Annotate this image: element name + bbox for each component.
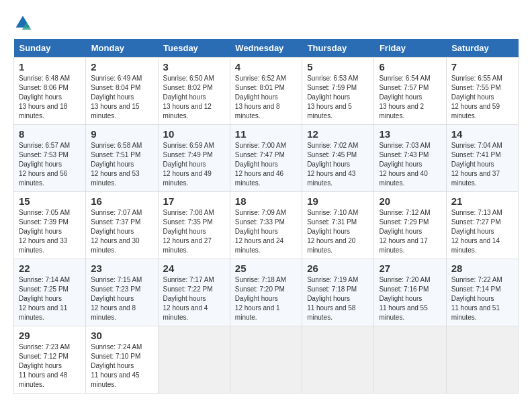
day-number: 2 bbox=[91, 61, 152, 73]
day-info: Sunrise: 7:13 AMSunset: 7:27 PMDaylight … bbox=[451, 209, 502, 254]
day-number: 11 bbox=[235, 128, 297, 140]
day-info: Sunrise: 7:18 AMSunset: 7:20 PMDaylight … bbox=[235, 276, 286, 321]
day-number: 5 bbox=[307, 61, 369, 73]
day-number: 28 bbox=[451, 263, 513, 274]
calendar-cell: 23 Sunrise: 7:15 AMSunset: 7:23 PMDaylig… bbox=[86, 259, 158, 326]
weekday-header-thursday: Thursday bbox=[302, 39, 374, 58]
calendar-cell bbox=[158, 326, 230, 394]
calendar-cell: 10 Sunrise: 6:59 AMSunset: 7:49 PMDaylig… bbox=[158, 125, 230, 192]
calendar-cell: 30 Sunrise: 7:24 AMSunset: 7:10 PMDaylig… bbox=[86, 326, 158, 394]
weekday-header-wednesday: Wednesday bbox=[230, 39, 302, 58]
calendar-cell: 6 Sunrise: 6:54 AMSunset: 7:57 PMDayligh… bbox=[374, 58, 446, 125]
calendar-cell: 21 Sunrise: 7:13 AMSunset: 7:27 PMDaylig… bbox=[446, 192, 518, 259]
day-number: 18 bbox=[235, 195, 297, 207]
calendar-week-1: 1 Sunrise: 6:48 AMSunset: 8:06 PMDayligh… bbox=[14, 58, 519, 125]
calendar-cell: 18 Sunrise: 7:09 AMSunset: 7:33 PMDaylig… bbox=[230, 192, 302, 259]
day-info: Sunrise: 7:12 AMSunset: 7:29 PMDaylight … bbox=[379, 209, 430, 254]
day-number: 13 bbox=[379, 128, 441, 140]
day-number: 9 bbox=[91, 128, 152, 140]
calendar-cell: 26 Sunrise: 7:19 AMSunset: 7:18 PMDaylig… bbox=[302, 259, 374, 326]
calendar-cell: 13 Sunrise: 7:03 AMSunset: 7:43 PMDaylig… bbox=[374, 125, 446, 192]
calendar-cell: 29 Sunrise: 7:23 AMSunset: 7:12 PMDaylig… bbox=[14, 326, 86, 394]
calendar-cell: 2 Sunrise: 6:49 AMSunset: 8:04 PMDayligh… bbox=[86, 58, 158, 125]
day-info: Sunrise: 7:17 AMSunset: 7:22 PMDaylight … bbox=[163, 276, 214, 321]
day-info: Sunrise: 6:58 AMSunset: 7:51 PMDaylight … bbox=[91, 142, 142, 187]
calendar-cell bbox=[446, 326, 518, 394]
day-info: Sunrise: 7:07 AMSunset: 7:37 PMDaylight … bbox=[91, 209, 142, 254]
day-info: Sunrise: 7:14 AMSunset: 7:25 PMDaylight … bbox=[19, 276, 70, 321]
calendar-table: SundayMondayTuesdayWednesdayThursdayFrid… bbox=[13, 39, 519, 394]
day-info: Sunrise: 6:53 AMSunset: 7:59 PMDaylight … bbox=[307, 75, 358, 120]
calendar-week-3: 15 Sunrise: 7:05 AMSunset: 7:39 PMDaylig… bbox=[14, 192, 519, 259]
calendar-cell bbox=[230, 326, 302, 394]
calendar-cell: 7 Sunrise: 6:55 AMSunset: 7:55 PMDayligh… bbox=[446, 58, 518, 125]
day-number: 8 bbox=[19, 128, 81, 140]
day-info: Sunrise: 7:19 AMSunset: 7:18 PMDaylight … bbox=[307, 276, 358, 321]
calendar-cell: 14 Sunrise: 7:04 AMSunset: 7:41 PMDaylig… bbox=[446, 125, 518, 192]
day-info: Sunrise: 7:22 AMSunset: 7:14 PMDaylight … bbox=[451, 276, 502, 321]
day-number: 4 bbox=[235, 61, 297, 73]
day-info: Sunrise: 7:02 AMSunset: 7:45 PMDaylight … bbox=[307, 142, 358, 187]
calendar-cell: 27 Sunrise: 7:20 AMSunset: 7:16 PMDaylig… bbox=[374, 259, 446, 326]
day-info: Sunrise: 6:48 AMSunset: 8:06 PMDaylight … bbox=[19, 75, 70, 120]
day-info: Sunrise: 6:54 AMSunset: 7:57 PMDaylight … bbox=[379, 75, 430, 120]
day-info: Sunrise: 6:49 AMSunset: 8:04 PMDaylight … bbox=[91, 75, 142, 120]
day-number: 3 bbox=[163, 61, 225, 73]
day-number: 29 bbox=[19, 330, 81, 341]
day-number: 14 bbox=[451, 128, 513, 140]
calendar-cell: 22 Sunrise: 7:14 AMSunset: 7:25 PMDaylig… bbox=[14, 259, 86, 326]
calendar-cell: 12 Sunrise: 7:02 AMSunset: 7:45 PMDaylig… bbox=[302, 125, 374, 192]
day-number: 1 bbox=[19, 61, 81, 73]
logo-icon bbox=[13, 13, 32, 32]
day-number: 24 bbox=[163, 263, 225, 274]
calendar-cell bbox=[302, 326, 374, 394]
day-number: 19 bbox=[307, 195, 369, 207]
day-number: 23 bbox=[91, 263, 152, 274]
day-info: Sunrise: 7:04 AMSunset: 7:41 PMDaylight … bbox=[451, 142, 502, 187]
calendar-cell: 3 Sunrise: 6:50 AMSunset: 8:02 PMDayligh… bbox=[158, 58, 230, 125]
day-info: Sunrise: 7:00 AMSunset: 7:47 PMDaylight … bbox=[235, 142, 286, 187]
weekday-header-row: SundayMondayTuesdayWednesdayThursdayFrid… bbox=[14, 39, 519, 58]
day-number: 12 bbox=[307, 128, 369, 140]
day-number: 15 bbox=[19, 195, 81, 207]
calendar-cell: 24 Sunrise: 7:17 AMSunset: 7:22 PMDaylig… bbox=[158, 259, 230, 326]
weekday-header-tuesday: Tuesday bbox=[158, 39, 230, 58]
calendar-cell: 8 Sunrise: 6:57 AMSunset: 7:53 PMDayligh… bbox=[14, 125, 86, 192]
day-info: Sunrise: 7:23 AMSunset: 7:12 PMDaylight … bbox=[19, 343, 70, 388]
day-info: Sunrise: 7:03 AMSunset: 7:43 PMDaylight … bbox=[379, 142, 430, 187]
day-number: 22 bbox=[19, 263, 81, 274]
day-number: 27 bbox=[379, 263, 441, 274]
calendar-week-4: 22 Sunrise: 7:14 AMSunset: 7:25 PMDaylig… bbox=[14, 259, 519, 326]
calendar-cell: 15 Sunrise: 7:05 AMSunset: 7:39 PMDaylig… bbox=[14, 192, 86, 259]
day-number: 10 bbox=[163, 128, 225, 140]
logo bbox=[13, 13, 35, 32]
day-number: 26 bbox=[307, 263, 369, 274]
day-info: Sunrise: 7:15 AMSunset: 7:23 PMDaylight … bbox=[91, 276, 142, 321]
day-info: Sunrise: 6:50 AMSunset: 8:02 PMDaylight … bbox=[163, 75, 214, 120]
calendar-cell: 5 Sunrise: 6:53 AMSunset: 7:59 PMDayligh… bbox=[302, 58, 374, 125]
day-number: 25 bbox=[235, 263, 297, 274]
calendar-cell: 16 Sunrise: 7:07 AMSunset: 7:37 PMDaylig… bbox=[86, 192, 158, 259]
day-info: Sunrise: 6:57 AMSunset: 7:53 PMDaylight … bbox=[19, 142, 70, 187]
day-number: 6 bbox=[379, 61, 441, 73]
day-info: Sunrise: 7:24 AMSunset: 7:10 PMDaylight … bbox=[91, 343, 142, 388]
day-number: 17 bbox=[163, 195, 225, 207]
calendar-cell: 9 Sunrise: 6:58 AMSunset: 7:51 PMDayligh… bbox=[86, 125, 158, 192]
calendar-cell: 20 Sunrise: 7:12 AMSunset: 7:29 PMDaylig… bbox=[374, 192, 446, 259]
day-info: Sunrise: 7:10 AMSunset: 7:31 PMDaylight … bbox=[307, 209, 358, 254]
header bbox=[13, 13, 519, 32]
day-info: Sunrise: 7:20 AMSunset: 7:16 PMDaylight … bbox=[379, 276, 430, 321]
weekday-header-sunday: Sunday bbox=[14, 39, 86, 58]
day-info: Sunrise: 6:52 AMSunset: 8:01 PMDaylight … bbox=[235, 75, 286, 120]
calendar-cell: 28 Sunrise: 7:22 AMSunset: 7:14 PMDaylig… bbox=[446, 259, 518, 326]
calendar-week-5: 29 Sunrise: 7:23 AMSunset: 7:12 PMDaylig… bbox=[14, 326, 519, 394]
day-info: Sunrise: 7:05 AMSunset: 7:39 PMDaylight … bbox=[19, 209, 70, 254]
day-info: Sunrise: 6:59 AMSunset: 7:49 PMDaylight … bbox=[163, 142, 214, 187]
day-info: Sunrise: 6:55 AMSunset: 7:55 PMDaylight … bbox=[451, 75, 502, 120]
day-info: Sunrise: 7:09 AMSunset: 7:33 PMDaylight … bbox=[235, 209, 286, 254]
calendar-cell: 11 Sunrise: 7:00 AMSunset: 7:47 PMDaylig… bbox=[230, 125, 302, 192]
day-number: 20 bbox=[379, 195, 441, 207]
calendar-cell bbox=[374, 326, 446, 394]
calendar-cell: 1 Sunrise: 6:48 AMSunset: 8:06 PMDayligh… bbox=[14, 58, 86, 125]
weekday-header-monday: Monday bbox=[86, 39, 158, 58]
